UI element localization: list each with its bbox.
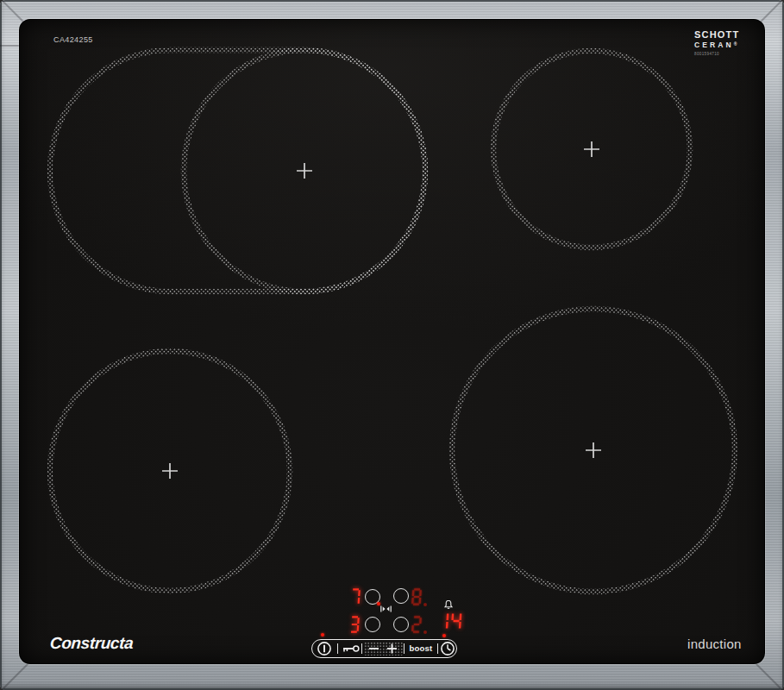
touch-key-front-right-zone[interactable] bbox=[393, 617, 409, 632]
frame-corner-seam bbox=[3, 663, 28, 688]
boost-key[interactable]: boost bbox=[406, 643, 436, 653]
frame-corner-seam bbox=[756, 663, 781, 688]
zone-center-cross bbox=[297, 163, 312, 179]
power-level-slider[interactable] bbox=[364, 642, 403, 656]
glass-serial-number: 8001594710 bbox=[694, 53, 739, 57]
strip-divider bbox=[361, 643, 362, 654]
touch-key-rear-right-zone[interactable] bbox=[393, 588, 409, 604]
cooking-zone-flex-left-stadium bbox=[50, 50, 425, 292]
brand-logo: Constructa bbox=[49, 634, 134, 653]
model-code: CA424255 bbox=[53, 35, 93, 44]
clock-icon[interactable] bbox=[440, 641, 455, 656]
power-icon[interactable] bbox=[317, 641, 332, 656]
key-icon[interactable] bbox=[341, 643, 361, 655]
registered-mark: ® bbox=[734, 41, 737, 47]
display-rear-left-level bbox=[348, 588, 361, 605]
display-timer-minutes bbox=[437, 612, 461, 630]
zone-center-cross bbox=[162, 463, 178, 479]
cooking-zones-layer bbox=[19, 19, 765, 664]
strip-divider bbox=[437, 643, 438, 654]
display-rear-right-level bbox=[410, 588, 423, 605]
zone-center-cross bbox=[586, 442, 601, 458]
display-front-right-level bbox=[410, 616, 423, 633]
strip-divider bbox=[404, 643, 405, 654]
touch-key-front-left-zone[interactable] bbox=[365, 617, 380, 632]
glass-brand-line1: SCHOTT bbox=[694, 30, 739, 40]
glass-brand-logo: SCHOTT CERAN® 8001594710 bbox=[694, 30, 739, 57]
decimal-dot-rear-right bbox=[423, 603, 427, 606]
decimal-dot-front-right bbox=[423, 630, 427, 634]
ceramic-glass-surface: CA424255 SCHOTT CERAN® 8001594710 bbox=[19, 19, 765, 664]
bridge-zones-icon bbox=[380, 605, 392, 612]
induction-cooktop: CA424255 SCHOTT CERAN® 8001594710 bbox=[0, 0, 784, 690]
glass-brand-line2: CERAN bbox=[694, 41, 734, 49]
timer-indicator-dot bbox=[442, 634, 446, 637]
control-key-strip: boost bbox=[311, 639, 457, 658]
power-indicator-dot bbox=[321, 633, 324, 637]
display-front-left-level bbox=[348, 616, 361, 633]
strip-divider bbox=[337, 643, 338, 654]
zone-center-cross bbox=[584, 141, 599, 157]
bell-icon bbox=[443, 599, 454, 611]
frame-joint-seam bbox=[0, 45, 19, 47]
type-label: induction bbox=[687, 637, 742, 651]
